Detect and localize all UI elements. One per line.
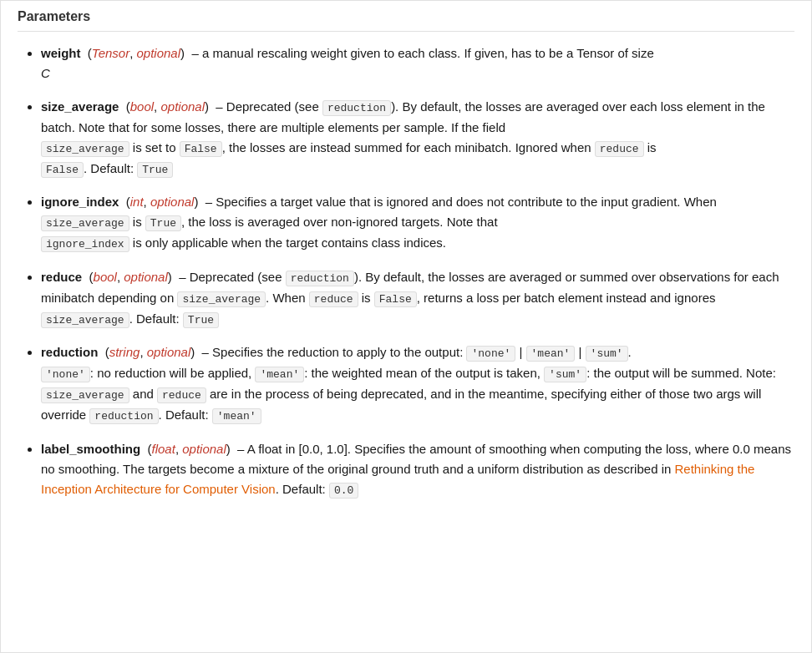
param-optional: optional <box>137 46 181 60</box>
label-smoothing-link[interactable]: Rethinking the Inception Architecture fo… <box>41 462 754 496</box>
list-item: reduce (bool, optional) – Deprecated (se… <box>41 267 794 329</box>
param-list: weight (Tensor, optional) – a manual res… <box>18 43 794 499</box>
param-name: size_average <box>41 99 119 114</box>
param-optional: optional <box>160 99 205 114</box>
param-optional: optional <box>147 345 191 359</box>
inline-code: 'sum' <box>544 367 586 382</box>
param-name: ignore_index <box>41 195 119 209</box>
param-type: float <box>152 442 175 456</box>
inline-code: True <box>183 312 219 328</box>
inline-code: 'mean' <box>255 367 304 382</box>
inline-code: 'mean' <box>212 408 261 424</box>
inline-code: False <box>41 162 84 178</box>
param-optional: optional <box>150 195 195 209</box>
param-name: reduction <box>41 345 98 359</box>
param-name: label_smoothing <box>41 442 140 456</box>
inline-code: reduction <box>286 271 354 286</box>
inline-code: 'sum' <box>586 346 628 362</box>
param-type: bool <box>130 99 154 114</box>
param-name: reduce <box>41 270 82 284</box>
inline-code: True <box>145 215 181 231</box>
param-type: int <box>130 195 144 209</box>
inline-code: 'mean' <box>526 346 576 362</box>
list-item: ignore_index (int, optional) – Specifies… <box>41 192 794 254</box>
inline-code: reduce <box>595 141 644 157</box>
param-type: bool <box>94 270 117 284</box>
param-optional: optional <box>124 270 168 284</box>
list-item: label_smoothing (float, optional) – A fl… <box>41 439 794 500</box>
inline-code: reduction <box>322 100 391 116</box>
inline-code: size_average <box>41 312 129 328</box>
inline-code: 0.0 <box>329 483 358 499</box>
inline-code: False <box>374 291 417 307</box>
inline-code: 'none' <box>41 367 90 382</box>
inline-code: True <box>137 162 173 178</box>
page-wrapper: Parameters weight (Tensor, optional) – a… <box>0 0 812 653</box>
list-item: reduction (string, optional) – Specifies… <box>41 342 794 425</box>
inline-code: ignore_index <box>41 236 129 252</box>
inline-code: size_average <box>177 291 266 307</box>
inline-code: 'none' <box>466 346 515 362</box>
inline-code: reduce <box>157 387 206 403</box>
section-title: Parameters <box>18 9 794 32</box>
inline-code: size_average <box>41 387 129 403</box>
param-type: Tensor <box>92 46 129 60</box>
inline-code: False <box>180 141 222 157</box>
inline-code: size_average <box>41 215 129 231</box>
list-item: size_average (bool, optional) – Deprecat… <box>41 97 794 179</box>
param-optional: optional <box>182 442 226 456</box>
inline-code: reduction <box>89 408 158 424</box>
inline-code: size_average <box>41 141 129 157</box>
param-weight-text: weight (Tensor, optional) – a manual res… <box>41 46 654 80</box>
inline-code: reduce <box>309 291 358 307</box>
param-type: string <box>109 345 140 359</box>
list-item: weight (Tensor, optional) – a manual res… <box>41 43 794 84</box>
param-name: weight <box>41 46 81 60</box>
